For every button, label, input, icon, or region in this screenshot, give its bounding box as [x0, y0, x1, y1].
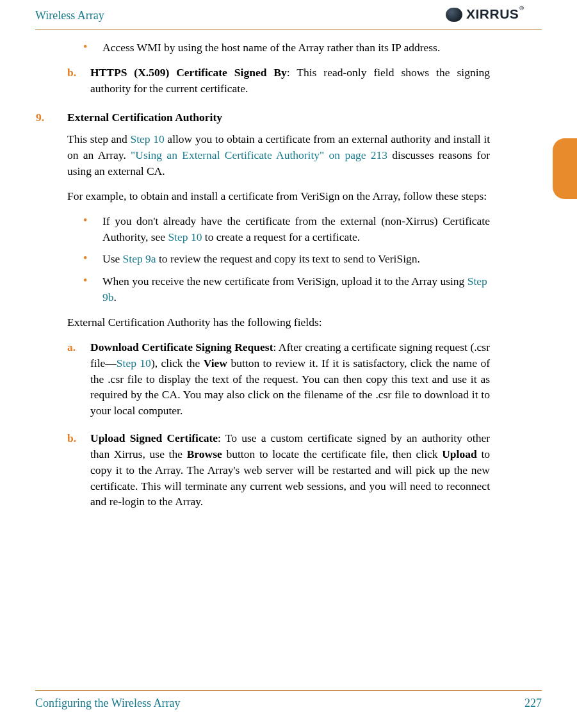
section-9-para1: This step and Step 10 allow you to obtai… [67, 131, 490, 179]
list-item-b2: b. Upload Signed Certificate: To use a c… [67, 430, 490, 510]
list-item-b: b. HTTPS (X.509) Certificate Signed By: … [67, 65, 490, 97]
section-9-para3: External Certification Authority has the… [67, 314, 490, 330]
number-9-mark: 9. [36, 109, 67, 125]
list-item-a: a. Download Certificate Signing Request:… [67, 339, 490, 419]
letter-b2-mark: b. [67, 430, 90, 510]
step-10-link[interactable]: Step 10 [168, 231, 202, 243]
footer-section-title: Configuring the Wireless Array [35, 697, 180, 710]
bullet-text: Use Step 9a to review the request and co… [102, 251, 490, 267]
section-9-title: External Certification Authority [67, 109, 490, 125]
bullet-icon: • [83, 213, 102, 245]
step-10-link[interactable]: Step 10 [130, 133, 164, 145]
list-item: • If you don't already have the certific… [83, 213, 490, 245]
bullet-icon: • [83, 273, 102, 305]
letter-b-text: HTTPS (X.509) Certificate Signed By: Thi… [90, 65, 490, 97]
bullet-icon: • [83, 40, 102, 56]
letter-b2-text: Upload Signed Certificate: To use a cust… [90, 430, 490, 510]
list-item: • Access WMI by using the host name of t… [83, 40, 490, 56]
page-thumb-tab [553, 138, 577, 199]
page-number: 227 [524, 697, 542, 710]
step-9a-link[interactable]: Step 9a [123, 252, 156, 265]
bullet-text: Access WMI by using the host name of the… [102, 40, 490, 56]
letter-a-mark: a. [67, 339, 90, 419]
brand-logo: XIRRUS® [446, 6, 542, 24]
logo-bubble-icon [446, 8, 462, 22]
page-footer: Configuring the Wireless Array 227 [35, 697, 542, 710]
bullet-text: If you don't already have the certificat… [102, 213, 490, 245]
footer-rule [35, 690, 542, 691]
external-ca-link[interactable]: "Using an External Certificate Authority… [131, 149, 387, 161]
logo-text: XIRRUS® [466, 6, 519, 22]
list-item: • When you receive the new certificate f… [83, 273, 490, 305]
section-9-heading: 9. External Certification Authority [36, 109, 490, 125]
header-rule [35, 29, 542, 30]
page-content: • Access WMI by using the host name of t… [67, 40, 490, 521]
letter-a-text: Download Certificate Signing Request: Af… [90, 339, 490, 419]
header-title: Wireless Array [35, 9, 104, 22]
bullet-icon: • [83, 251, 102, 267]
letter-b-mark: b. [67, 65, 90, 97]
page-header: Wireless Array XIRRUS® [35, 6, 542, 29]
section-9-para2: For example, to obtain and install a cer… [67, 188, 490, 204]
bullet-text: When you receive the new certificate fro… [102, 273, 490, 305]
step-10-link[interactable]: Step 10 [117, 357, 151, 369]
list-item: • Use Step 9a to review the request and … [83, 251, 490, 267]
